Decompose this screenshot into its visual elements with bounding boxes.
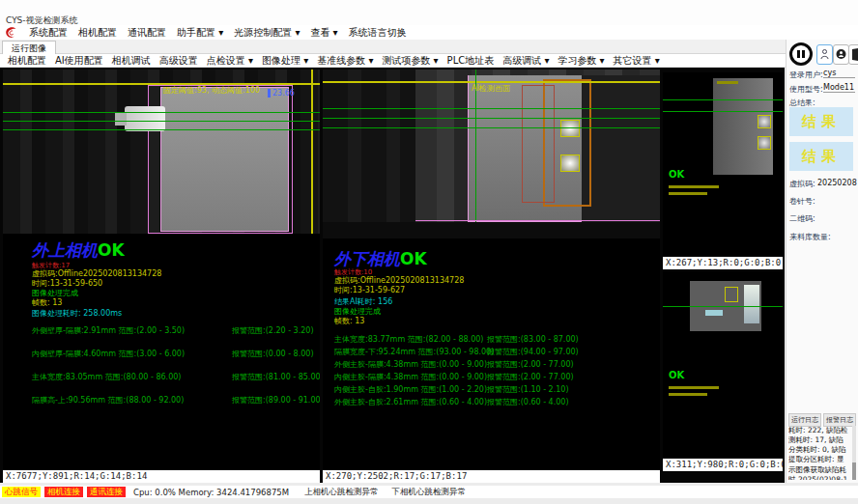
menu-item-system-config[interactable]: 系统配置: [29, 26, 68, 40]
exit-button[interactable]: [848, 44, 858, 65]
log-text: 耗时: 222, 缺陷检测耗时: 17, 缺陷分类耗时: 0, 缺陷提取分区耗时…: [788, 426, 850, 480]
micro-text-line: [669, 185, 719, 188]
log-tabs: 运行日志 报警日志 操作日志: [788, 413, 858, 427]
menu-item-light-control[interactable]: 光源控制配置 ▾: [234, 26, 300, 40]
overlay-yellow-box-2: [758, 136, 771, 150]
log-scrollbar[interactable]: [852, 426, 856, 480]
menu-item-language-switch[interactable]: 系统语言切换: [349, 26, 407, 40]
tool-camera-config[interactable]: 相机配置: [8, 54, 46, 68]
measure-tag: 23.66: [268, 89, 295, 98]
tool-plc-address[interactable]: PLC地址表: [447, 54, 495, 68]
overlay-green-line-1: [3, 112, 320, 113]
thumbnail-camera-1[interactable]: OK: [663, 72, 783, 256]
tool-baseline-params[interactable]: 基准线参数 ▾: [317, 54, 373, 68]
alarm-range: 报警范围:(2.00 - 77.00): [487, 372, 574, 382]
thumbnail-camera-2[interactable]: OK: [663, 271, 783, 458]
upper-camera-warning: 上相机心跳检测异常: [304, 487, 379, 498]
cpu-memory-text: Cpu: 0.0% Memory: 3424.41796875M: [133, 488, 289, 497]
coordbar-thumbnail-1: X:267;Y:13;R:0;G:0;B:0: [663, 257, 783, 269]
user-login-button[interactable]: [816, 44, 833, 65]
ai-view-label: AI检测画面: [472, 83, 510, 94]
frame-count: 帧数: 13: [32, 297, 62, 308]
pause-button[interactable]: [789, 42, 813, 66]
menu-item-comm-config[interactable]: 通讯配置: [128, 26, 166, 40]
camera-name-text: 外上相机: [32, 240, 98, 260]
bottom-dark-strip: [323, 222, 660, 238]
status-bar: 心跳信号 相机连接 通讯连接 Cpu: 0.0% Memory: 3424.41…: [0, 486, 858, 498]
tool-learning-params[interactable]: 学习参数 ▾: [558, 54, 604, 68]
camera-panel-upper: 固定阈值:93, 动态阈值:100 23.66 外上相机OK 触发计数:17 虚…: [3, 70, 320, 470]
measure-row: 内侧主胶-隔膜:4.38mm 范围:(0.00 - 9.00): [334, 372, 487, 382]
camera-image-lower[interactable]: AI检测画面: [323, 70, 660, 238]
measure-row: 外侧主胶-隔膜:4.38mm 范围:(0.00 - 9.00): [334, 359, 487, 370]
overlay-green-vline: [475, 70, 476, 238]
user-icon: [820, 48, 829, 61]
log-tab-alarm[interactable]: 报警日志: [823, 413, 856, 427]
overlay-yellow-vline: [311, 70, 313, 234]
alarm-range: 报警范围:(81.00 - 85.00): [232, 372, 320, 382]
measure-row: 外侧主胶-自胶:2.61mm 范围:(0.60 - 4.00): [334, 397, 487, 407]
measure-row: 内侧主胶-自胶:1.90mm 范围:(1.00 - 2.20): [334, 384, 487, 395]
camera-name-upper: 外上相机OK: [32, 239, 125, 262]
result-box-2: 结果: [789, 142, 853, 171]
alarm-range: 报警范围:(2.20 - 3.20): [232, 325, 314, 336]
camera-name-text: 外下相机: [334, 249, 400, 268]
camera-image-upper[interactable]: 固定阈值:93, 动态阈值:100 23.66: [3, 70, 320, 234]
model-label: 使用型号:: [789, 84, 823, 95]
title-bar: CYS-视觉检测系统: [0, 0, 858, 25]
overlay-green-line-3: [323, 127, 660, 128]
alarm-range: 报警范围:(2.00 - 77.00): [487, 359, 574, 370]
overlay-green-line-3: [3, 129, 320, 130]
menu-item-camera-config[interactable]: 相机配置: [78, 26, 117, 40]
micro-text-line: [669, 386, 719, 389]
login-user-value: cys: [823, 69, 855, 78]
tool-ai-use-config[interactable]: AI使用配置: [55, 54, 103, 68]
menu-item-assistant-config[interactable]: 助手配置 ▾: [177, 26, 223, 40]
alarm-range: 报警范围:(0.60 - 4.00): [487, 397, 569, 407]
overlay-pink-line: [415, 220, 660, 221]
elapsed-time: 图像处理耗时: 258.00ms: [32, 308, 122, 319]
coordbar-lower-camera: X:270;Y:2502;R:17;G:17;B:17: [323, 470, 660, 483]
log-tab-run[interactable]: 运行日志: [788, 413, 821, 427]
tool-test-params[interactable]: 测试项参数 ▾: [382, 54, 438, 68]
log-scrollbar-thumb[interactable]: [852, 462, 856, 480]
alarm-range: 报警范围:(89.00 - 91.00): [232, 395, 320, 406]
app-logo-icon: [4, 26, 18, 40]
measure-row: 内侧壁厚-隔膜:4.60mm 范围:(3.00 - 6.00): [32, 349, 185, 359]
threshold-label: 固定阈值:93, 动态阈值:100: [163, 85, 260, 96]
tab-strip: 运行图像: [0, 40, 858, 54]
connector-tip: [115, 112, 127, 126]
result-box-1: 结果: [789, 107, 853, 136]
virtual-code-label: 虚拟码:: [789, 179, 815, 189]
tool-image-processing[interactable]: 图像处理 ▾: [262, 54, 308, 68]
camera-result-ok: OK: [98, 240, 125, 260]
qr-code-label: 二维码:: [789, 213, 815, 224]
overlay-green-line: [663, 111, 783, 112]
tool-advanced-debug[interactable]: 高级调试 ▾: [502, 54, 549, 68]
tool-camera-debug[interactable]: 相机调试: [112, 54, 151, 68]
micro-text-line: [669, 393, 707, 396]
measure-row: 主体宽度:83.77mm 范围:(82.00 - 88.00): [334, 334, 483, 345]
pause-icon: [802, 50, 805, 58]
menu-bar: 系统配置 相机配置 通讯配置 助手配置 ▾ 光源控制配置 ▾ 查看 ▾ 系统语言…: [0, 25, 858, 40]
app-window: CYS-视觉检测系统 系统配置 相机配置 通讯配置 助手配置 ▾ 光源控制配置 …: [0, 0, 858, 504]
measure-row: 外侧壁厚-隔膜:2.91mm 范围:(2.00 - 3.50): [32, 325, 185, 336]
thumb-result-ok: OK: [669, 370, 684, 380]
overlay-yellow-box-1: [758, 115, 771, 128]
virtual-code-value: 20250208: [817, 179, 857, 187]
overlay-green-line-1: [323, 108, 660, 109]
tool-advanced-settings[interactable]: 高级设置: [159, 54, 198, 68]
overlay-red-rect: [522, 85, 555, 203]
winding-pin-label: 卷针号:: [789, 196, 815, 207]
tool-spot-check[interactable]: 点检设置 ▾: [207, 54, 253, 68]
menu-item-view[interactable]: 查看 ▾: [310, 26, 337, 40]
login-user-label: 登录用户:: [789, 70, 823, 80]
overlay-green-line: [663, 99, 783, 100]
alarm-range: 报警范围:(83.00 - 87.00): [487, 334, 579, 345]
user-switch-button[interactable]: [833, 44, 849, 65]
bright-spot-1: [560, 120, 580, 137]
tool-other-settings[interactable]: 其它设置 ▾: [614, 54, 660, 68]
alarm-range: 报警范围:(1.10 - 2.10): [487, 384, 569, 395]
overlay-green-line-2: [3, 121, 320, 122]
sidebar: 登录用户: cys 使用型号: Mode11 总结果: 结果 结果 虚拟码: 2…: [786, 40, 858, 483]
